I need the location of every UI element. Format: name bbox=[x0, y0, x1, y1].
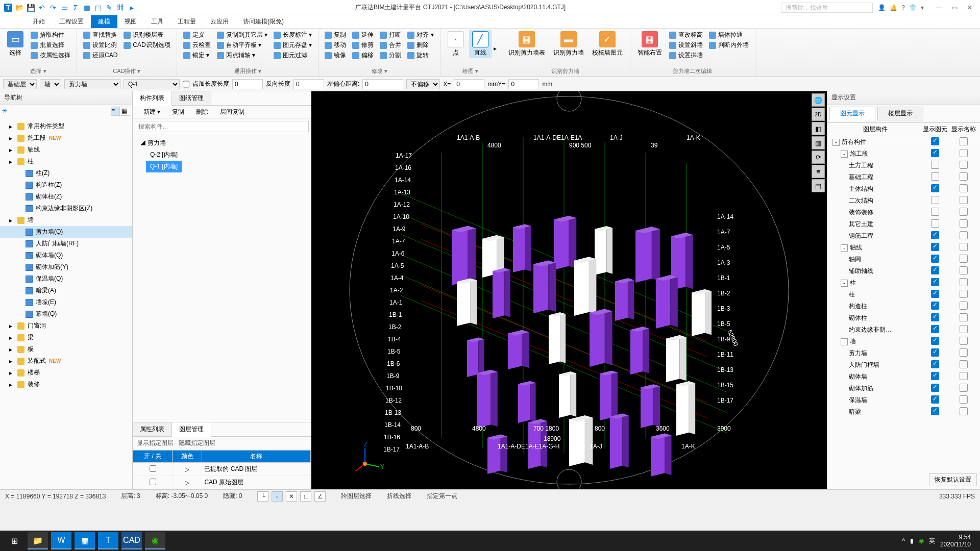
component-root[interactable]: ◢ 剪力墙 bbox=[136, 137, 308, 149]
taskbar-explorer[interactable]: 📁 bbox=[28, 532, 48, 549]
view2d-icon[interactable]: 2D bbox=[812, 108, 825, 121]
checkbox[interactable] bbox=[960, 290, 968, 298]
refresh-icon[interactable]: ⟳ bbox=[812, 151, 825, 164]
checkbox[interactable] bbox=[960, 360, 968, 368]
ribbon-item[interactable]: 判断内外墙 bbox=[707, 40, 751, 50]
nav-item[interactable]: 墙垛(E) bbox=[0, 296, 132, 308]
display-row[interactable]: 剪力墙 bbox=[827, 347, 980, 359]
nav-item[interactable]: 暗梁(A) bbox=[0, 285, 132, 296]
tab-floor-display[interactable]: 楼层显示 bbox=[877, 107, 923, 120]
snap-cross-icon[interactable]: ✕ bbox=[286, 491, 297, 502]
checkbox[interactable] bbox=[960, 384, 968, 392]
report-icon[interactable]: ▦ bbox=[83, 4, 91, 12]
save-icon[interactable]: 💾 bbox=[27, 4, 35, 12]
checkbox[interactable] bbox=[960, 149, 968, 157]
user-icon[interactable]: 👤 bbox=[878, 4, 886, 11]
menu-0[interactable]: 开始 bbox=[26, 15, 52, 28]
component-search-input[interactable] bbox=[135, 121, 309, 132]
checkbox[interactable] bbox=[960, 208, 968, 216]
more-icon[interactable]: ▾ bbox=[921, 4, 924, 11]
checkbox[interactable] bbox=[931, 231, 939, 239]
smart-layout-button[interactable]: ▦智能布置 bbox=[634, 30, 665, 58]
ribbon-item[interactable]: CAD识别选项 bbox=[121, 40, 172, 50]
tray-clock[interactable]: 9:542020/11/10 bbox=[940, 534, 971, 548]
checkbox[interactable] bbox=[960, 407, 968, 415]
checkbox[interactable] bbox=[960, 243, 968, 251]
status-cross-layer[interactable]: 跨图层选择 bbox=[341, 492, 372, 500]
ribbon-item[interactable]: 设置斜墙 bbox=[667, 40, 705, 50]
bell-icon[interactable]: 🔔 bbox=[890, 4, 897, 11]
redo-icon[interactable]: ↷ bbox=[49, 4, 57, 12]
display-row[interactable]: -柱 bbox=[827, 277, 980, 289]
nav-item[interactable]: ▸梁 bbox=[0, 332, 132, 343]
start-button[interactable]: ⊞ bbox=[4, 532, 24, 549]
nav-item[interactable]: 构造柱(Z) bbox=[0, 179, 132, 191]
y-input[interactable] bbox=[508, 79, 539, 89]
ribbon-item[interactable]: 分割 bbox=[378, 51, 403, 60]
checkbox[interactable] bbox=[960, 196, 968, 204]
taskbar-cad[interactable]: CAD bbox=[121, 532, 142, 549]
ribbon-item[interactable]: 长度标注 ▾ bbox=[272, 30, 314, 40]
ribbon-item[interactable]: 定义 bbox=[181, 30, 213, 40]
tray-wechat-icon[interactable]: ◉ bbox=[919, 537, 924, 544]
maximize-button[interactable]: ▭ bbox=[949, 4, 960, 11]
offset-input[interactable] bbox=[362, 79, 403, 89]
checkbox[interactable] bbox=[931, 184, 939, 192]
status-first-point[interactable]: 指定第一点 bbox=[427, 492, 457, 500]
tray-ime[interactable]: 英 bbox=[929, 537, 935, 545]
ribbon-item[interactable]: 按属性选择 bbox=[29, 51, 72, 60]
component-tab[interactable]: 图纸管理 bbox=[172, 91, 211, 105]
display-row[interactable]: 轴网 bbox=[827, 254, 980, 265]
checkbox[interactable] bbox=[931, 384, 939, 392]
checkbox[interactable] bbox=[960, 231, 968, 239]
nav-filter-icon[interactable]: ⚹ bbox=[2, 107, 7, 116]
checkbox[interactable] bbox=[960, 278, 968, 286]
display-row[interactable]: 保温墙 bbox=[827, 394, 980, 406]
taskbar-app1[interactable]: ▦ bbox=[75, 532, 95, 549]
checkbox[interactable] bbox=[931, 137, 939, 145]
component-tool[interactable]: 复制 bbox=[164, 108, 184, 116]
display-row[interactable]: -所有构件 bbox=[827, 136, 980, 148]
ribbon-item[interactable]: 延伸 bbox=[350, 30, 376, 40]
add-length-checkbox[interactable] bbox=[183, 79, 189, 89]
checkbox[interactable] bbox=[931, 372, 939, 380]
checkbox[interactable] bbox=[960, 348, 968, 357]
display-row[interactable]: 柱 bbox=[827, 289, 980, 300]
checkbox[interactable] bbox=[931, 161, 939, 169]
checkbox[interactable] bbox=[931, 172, 939, 181]
ribbon-item[interactable]: 云检查 bbox=[181, 40, 213, 50]
list-view-icon[interactable]: ≡ bbox=[111, 107, 120, 116]
theme-icon[interactable]: 👕 bbox=[909, 4, 917, 11]
display-row[interactable]: -施工段 bbox=[827, 148, 980, 160]
ribbon-item[interactable]: 墙体拉通 bbox=[707, 30, 751, 40]
checkbox[interactable] bbox=[960, 266, 968, 274]
checkbox[interactable] bbox=[931, 407, 939, 415]
ribbon-item[interactable]: 偏移 bbox=[350, 51, 376, 60]
checkbox[interactable] bbox=[960, 337, 968, 345]
ribbon-item[interactable]: 批量选择 bbox=[29, 40, 72, 50]
nav-item[interactable]: 幕墙(Q) bbox=[0, 308, 132, 320]
checkbox[interactable] bbox=[931, 196, 939, 204]
ribbon-item[interactable]: 设置拱墙 bbox=[667, 51, 705, 60]
checkbox[interactable] bbox=[960, 137, 968, 145]
component-item-selected[interactable]: Q-1 [内墙] bbox=[146, 161, 308, 172]
checkbox[interactable] bbox=[931, 337, 939, 345]
pencil-icon[interactable]: ✎ bbox=[105, 4, 113, 12]
display-row[interactable]: 二次结构 bbox=[827, 195, 980, 207]
checkbox[interactable] bbox=[931, 243, 939, 251]
menu-1[interactable]: 工程设置 bbox=[52, 15, 91, 28]
display-row[interactable]: 砌体加筋 bbox=[827, 383, 980, 394]
section-icon[interactable]: ▤ bbox=[812, 179, 825, 192]
table-row[interactable]: ▷已提取的 CAD 图层 bbox=[133, 463, 311, 476]
checkbox[interactable] bbox=[931, 278, 939, 286]
point-button[interactable]: ·点 bbox=[445, 30, 467, 58]
snap-perp-icon[interactable]: ∟ bbox=[300, 491, 311, 502]
region-icon[interactable]: ▭ bbox=[60, 4, 68, 12]
ribbon-item[interactable]: 拾取构件 bbox=[29, 30, 72, 40]
checkbox[interactable] bbox=[931, 290, 939, 298]
display-row[interactable]: 暗梁 bbox=[827, 406, 980, 418]
nav-item[interactable]: ▸柱 bbox=[0, 156, 132, 167]
ribbon-item[interactable]: 镜像 bbox=[323, 51, 348, 60]
undo-icon[interactable]: ↶ bbox=[38, 4, 46, 12]
ribbon-item[interactable]: 两点辅轴 ▾ bbox=[215, 51, 270, 60]
